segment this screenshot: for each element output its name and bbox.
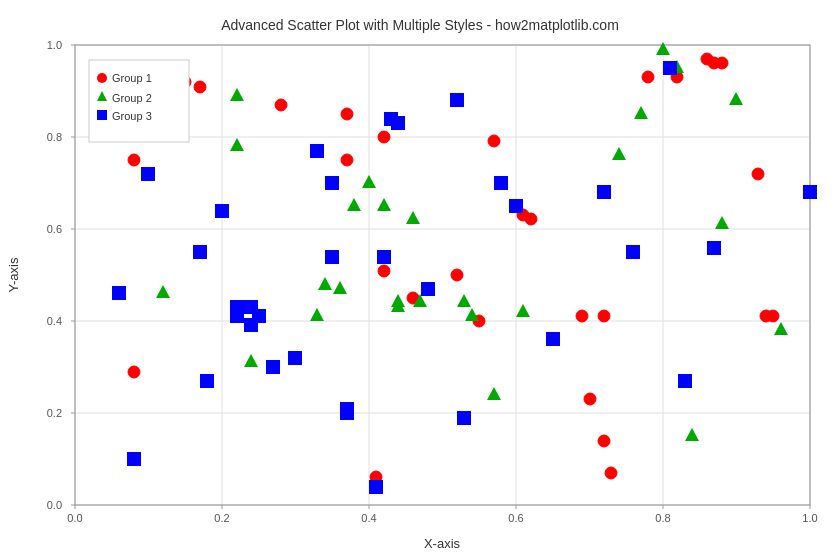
scatter-plot: Advanced Scatter Plot with Multiple Styl… bbox=[0, 0, 840, 560]
g3-point bbox=[509, 199, 523, 213]
g3-point bbox=[310, 144, 324, 158]
x-tick-3: 0.6 bbox=[508, 512, 523, 524]
y-tick-2: 0.4 bbox=[47, 315, 62, 327]
g1-point bbox=[341, 108, 353, 120]
g1-point bbox=[341, 154, 353, 166]
chart-container: Advanced Scatter Plot with Multiple Styl… bbox=[0, 0, 840, 560]
g1-point bbox=[752, 168, 764, 180]
g1-point bbox=[194, 81, 206, 93]
g3-point bbox=[141, 167, 155, 181]
g3-point bbox=[369, 480, 383, 494]
g3-point bbox=[377, 250, 391, 264]
g1-point bbox=[128, 154, 140, 166]
g3-point bbox=[457, 411, 471, 425]
g3-point bbox=[288, 351, 302, 365]
x-tick-5: 1.0 bbox=[802, 512, 817, 524]
g1-point bbox=[584, 393, 596, 405]
g3-point bbox=[597, 185, 611, 199]
x-tick-0: 0.0 bbox=[67, 512, 82, 524]
g1-point bbox=[598, 435, 610, 447]
g1-point bbox=[128, 366, 140, 378]
g3-point bbox=[494, 176, 508, 190]
x-tick-2: 0.4 bbox=[361, 512, 376, 524]
g3-point bbox=[325, 250, 339, 264]
g3-point bbox=[112, 286, 126, 300]
y-tick-3: 0.6 bbox=[47, 223, 62, 235]
g3-point bbox=[391, 116, 405, 130]
g3-point bbox=[127, 452, 141, 466]
y-axis-label: Y-axis bbox=[6, 257, 21, 292]
legend-g3-icon bbox=[97, 110, 107, 120]
legend-g1-label: Group 1 bbox=[112, 72, 152, 84]
g3-point bbox=[450, 93, 464, 107]
g1-point bbox=[598, 310, 610, 322]
y-tick-1: 0.2 bbox=[47, 407, 62, 419]
g3-point bbox=[200, 374, 214, 388]
g3-point bbox=[266, 360, 280, 374]
g1-point bbox=[378, 265, 390, 277]
g1-point bbox=[716, 57, 728, 69]
x-tick-1: 0.2 bbox=[214, 512, 229, 524]
y-tick-5: 1.0 bbox=[47, 39, 62, 51]
legend-g2-label: Group 2 bbox=[112, 92, 152, 104]
g1-point bbox=[767, 310, 779, 322]
g3-point bbox=[678, 374, 692, 388]
g3-point bbox=[340, 406, 354, 420]
g1-point bbox=[378, 131, 390, 143]
g3-point bbox=[193, 245, 207, 259]
legend-g3-label: Group 3 bbox=[112, 110, 152, 122]
g3-point bbox=[546, 332, 560, 346]
g3-point bbox=[663, 61, 677, 75]
x-axis-label: X-axis bbox=[424, 536, 461, 551]
g1-point bbox=[451, 269, 463, 281]
legend-g1-icon bbox=[97, 73, 107, 83]
y-tick-4: 0.8 bbox=[47, 131, 62, 143]
g1-point bbox=[605, 467, 617, 479]
y-tick-0: 0.0 bbox=[47, 499, 62, 511]
g3-point bbox=[707, 241, 721, 255]
g1-point bbox=[525, 213, 537, 225]
g3-point bbox=[803, 185, 817, 199]
g3-point bbox=[230, 300, 244, 314]
g3-point bbox=[252, 309, 266, 323]
x-tick-4: 0.8 bbox=[655, 512, 670, 524]
chart-title: Advanced Scatter Plot with Multiple Styl… bbox=[221, 17, 619, 33]
g1-point bbox=[576, 310, 588, 322]
g3-point bbox=[215, 204, 229, 218]
g3-point bbox=[421, 282, 435, 296]
g3-point bbox=[325, 176, 339, 190]
g1-point bbox=[275, 99, 287, 111]
g1-point bbox=[488, 135, 500, 147]
g1-point bbox=[642, 71, 654, 83]
g3-point bbox=[626, 245, 640, 259]
